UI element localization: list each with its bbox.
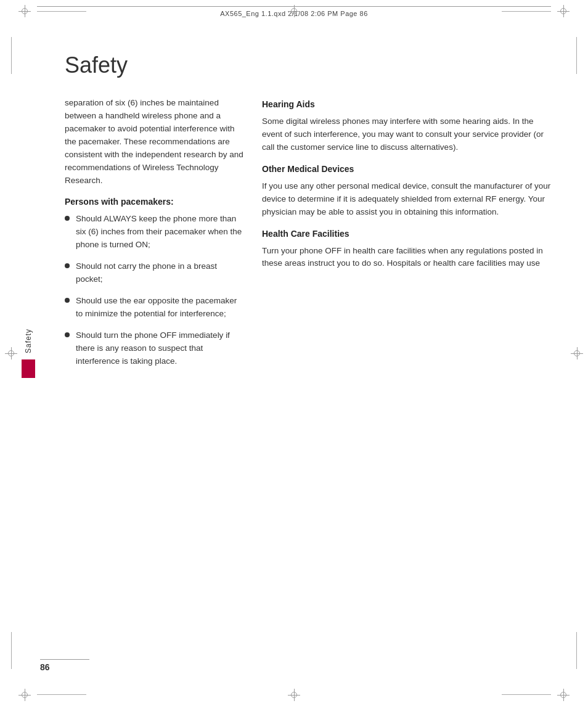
reg-mark-top-center [288,5,300,17]
health-care-text: Turn your phone OFF in health care facil… [262,245,554,271]
right-column: Hearing Aids Some digital wireless phone… [262,97,554,378]
reg-mark-top-left [18,5,31,17]
list-item: Should ALWAYS keep the phone more than s… [65,213,243,252]
hearing-aids-heading: Hearing Aids [262,99,554,109]
list-item: Should use the ear opposite the pacemake… [65,295,243,321]
trim-line-vert-bottom-left [11,632,12,669]
trim-line-top-left [37,11,86,12]
bullet-text-3: Should use the ear opposite the pacemake… [76,295,243,321]
content-area: Safety separation of six (6) inches be m… [65,52,554,669]
health-care-heading: Health Care Facilities [262,229,554,239]
trim-line-vert-bottom-right [576,632,577,669]
trim-line-bottom-right [502,694,551,695]
list-item: Should turn the phone OFF immediately if… [65,329,243,368]
reg-mark-left-middle [5,347,17,359]
other-medical-text: If you use any other personal medical de… [262,180,554,219]
bullet-dot [65,298,70,303]
page: AX565_Eng 1.1.qxd 2/1/08 2:06 PM Page 86… [0,0,588,706]
reg-mark-bottom-right [557,689,570,701]
bullet-dot [65,216,70,221]
pacemakers-heading: Persons with pacemakers: [65,197,243,207]
two-column-layout: separation of six (6) inches be maintain… [65,97,554,378]
list-item: Should not carry the phone in a breast p… [65,260,243,286]
page-title: Safety [65,52,554,78]
reg-mark-bottom-center [288,689,300,701]
reg-mark-top-right [557,5,570,17]
other-medical-heading: Other Medical Devices [262,164,554,174]
hearing-aids-text: Some digital wireless phones may interfe… [262,115,554,154]
intro-text: separation of six (6) inches be maintain… [65,97,243,187]
bullet-dot [65,263,70,268]
trim-line-vert-top-right [576,37,577,74]
page-number: 86 [40,662,50,672]
reg-mark-right-middle [571,347,583,359]
trim-line-vert-top-left [11,37,12,74]
bullet-text-1: Should ALWAYS keep the phone more than s… [76,213,243,252]
left-column: separation of six (6) inches be maintain… [65,97,243,378]
reg-mark-bottom-left [18,689,31,701]
trim-line-bottom-left [37,694,86,695]
trim-line-top-right [502,11,551,12]
bullet-text-4: Should turn the phone OFF immediately if… [76,329,243,368]
bullet-text-2: Should not carry the phone in a breast p… [76,260,243,286]
bullet-list: Should ALWAYS keep the phone more than s… [65,213,243,367]
bullet-dot [65,332,70,337]
sidebar-label: Safety [24,328,33,353]
sidebar-container: Safety [22,328,35,377]
sidebar-color-block [22,359,35,378]
